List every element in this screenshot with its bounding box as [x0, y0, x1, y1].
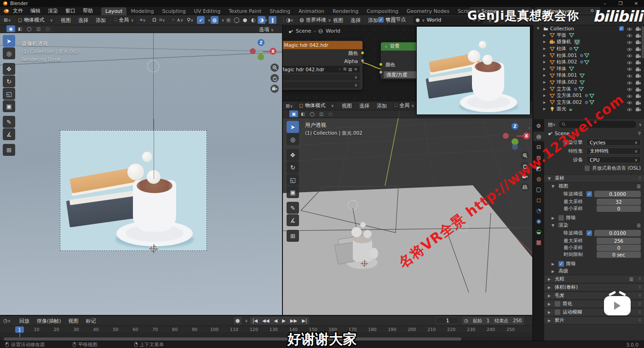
select-box-tool[interactable]: ➤ [287, 121, 299, 133]
jump-to-start-button[interactable]: |◀ [250, 318, 260, 323]
overlays-toggle[interactable]: ◍ [211, 16, 218, 24]
add-cube-tool[interactable]: ⊞ [287, 230, 299, 242]
disable-render-icon[interactable] [635, 39, 641, 45]
viewport-menu-item[interactable]: 选择 [75, 17, 92, 24]
select-mode-icon[interactable]: ◫ [317, 110, 326, 117]
disable-render-icon[interactable] [635, 33, 641, 38]
tab-layout[interactable]: Layout [101, 7, 126, 15]
time-limit-slider[interactable]: 0 sec [597, 251, 641, 258]
move-tool[interactable]: ✥ [287, 149, 299, 161]
outliner-item-row[interactable]: ▶柱体.002⚙ [533, 59, 644, 66]
auto-keying-button[interactable]: ● [234, 317, 242, 325]
select-mode-icon[interactable]: ▣ [289, 110, 298, 117]
tab-collection[interactable]: ▢ [533, 184, 544, 194]
object-name[interactable]: 平面 [557, 32, 566, 39]
measure-tool[interactable]: ∡ [3, 128, 15, 140]
object-name[interactable]: 立方体.001 [557, 92, 582, 99]
object-name[interactable]: 球体.002 [557, 79, 577, 86]
shading-mode-material[interactable]: ◐ [249, 16, 257, 24]
rotate-tool[interactable]: ↻ [3, 75, 15, 87]
outliner-item-row[interactable]: ▶立方体.002⚙ [533, 99, 644, 106]
zoom-icon[interactable] [270, 63, 279, 72]
pause-render-button[interactable]: ‖ [269, 16, 276, 24]
tab-sculpting[interactable]: Sculpting [158, 7, 190, 15]
cursor-tool[interactable]: ◎ [287, 133, 299, 145]
hide-eye-icon[interactable] [627, 100, 632, 105]
render-subpanel-header[interactable]: ▼渲染☰ [544, 222, 644, 229]
r-min-slider[interactable]: 0 [597, 245, 641, 251]
menubar-item[interactable]: 编辑 [27, 7, 44, 14]
tab-physics[interactable]: ◔ [533, 205, 544, 215]
r-max-slider[interactable]: 256 [597, 238, 641, 244]
object-name[interactable]: 柱体 [557, 46, 566, 52]
select-mode-icon[interactable]: ◫ [34, 25, 43, 32]
editor-type-button[interactable]: ⊞∨ [3, 16, 12, 24]
panel-胶片[interactable]: ▶胶片⠿ [544, 316, 644, 325]
editor-type-button[interactable]: ▤∨ [547, 121, 557, 128]
disable-render-icon[interactable] [635, 86, 641, 92]
node-menu-item[interactable]: 选择 [347, 17, 364, 24]
r-noise-slider[interactable]: 0.0100 [594, 230, 641, 236]
outliner-item-row[interactable]: ▶立方体.001⚙ [533, 92, 644, 99]
collection-checkbox[interactable]: ✓ [619, 26, 624, 31]
outliner-item-row[interactable]: ▶柱体.001⚙ [533, 52, 644, 59]
add-cube-tool[interactable]: ⊞ [3, 144, 15, 156]
hide-eye-icon[interactable] [627, 26, 632, 31]
viewport-menu-item[interactable]: 选择 [356, 103, 373, 109]
expand-icon[interactable]: ▶ [543, 34, 549, 37]
xray-toggle[interactable]: ▣ [224, 16, 232, 24]
expand-icon[interactable]: ▶ [543, 101, 549, 104]
expand-icon[interactable]: ▶ [543, 60, 549, 64]
select-mode-icon[interactable]: ◯ [308, 110, 316, 117]
options-dropdown[interactable]: 选项 ∨ [259, 26, 274, 33]
tab-rendering[interactable]: Rendering [328, 7, 362, 15]
pivot-point-button[interactable]: ⌖∨ [139, 16, 147, 24]
expand-icon[interactable]: ▶ [543, 67, 549, 71]
vp-denoise-header[interactable]: ▶降噪 [544, 214, 644, 222]
editor-type-button[interactable]: ⊞∨ [285, 102, 294, 110]
tab-object-data[interactable]: ◒ [533, 227, 544, 236]
shader-type-selector[interactable]: 世界环境∨ [297, 16, 334, 24]
scale-tool[interactable]: ◱ [3, 88, 15, 100]
select-mode-icon[interactable]: ◌ [326, 110, 335, 117]
hide-eye-icon[interactable] [627, 53, 632, 58]
proportional-falloff-button[interactable]: ∧∨ [176, 16, 184, 24]
cursor-tool[interactable]: ◎ [3, 47, 15, 59]
outliner-item-row[interactable]: ▶平面 [533, 32, 644, 39]
prev-keyframe-button[interactable]: ◀◀ [260, 318, 271, 323]
preset-list-icon[interactable]: ☰ [637, 184, 641, 189]
menubar-item[interactable]: 渲染 [44, 7, 62, 14]
vp-denoise-checkbox[interactable] [558, 215, 564, 221]
object-name[interactable]: 立方体 [557, 86, 571, 92]
select-box-tool[interactable]: ➤ [3, 35, 15, 47]
object-name[interactable]: 柱体.002 [557, 59, 577, 65]
osl-checkbox[interactable] [585, 165, 590, 171]
pan-hand-icon[interactable] [270, 74, 279, 82]
panel-checkbox[interactable] [555, 301, 560, 307]
expand-icon[interactable]: ▶ [543, 87, 549, 91]
tab-texture-paint[interactable]: Texture Paint [224, 7, 265, 15]
collapse-arrow-icon[interactable]: ‹ [529, 126, 530, 130]
annotate-tool[interactable]: ✎ [287, 202, 299, 214]
measure-tool[interactable]: ∡ [287, 214, 299, 226]
tab-modeling[interactable]: Modeling [126, 7, 158, 15]
panel-checkbox[interactable] [555, 309, 560, 315]
expand-icon[interactable]: ▶ [543, 80, 549, 84]
orientation-selector[interactable]: ⛶全局∨ [392, 102, 417, 109]
noise-threshold-checkbox[interactable]: ✓ [586, 230, 592, 236]
expand-icon[interactable]: ▶ [543, 107, 549, 111]
vp-min-slider[interactable]: 0 [597, 205, 641, 212]
hide-eye-icon[interactable] [627, 73, 632, 78]
menubar-item[interactable]: 窗口 [62, 7, 79, 14]
viewport-subpanel-header[interactable]: ▼视图☰ [544, 183, 644, 190]
preset-list-icon[interactable]: ☰ [637, 223, 641, 228]
scale-tool[interactable]: ◱ [287, 174, 299, 186]
tab-compositing[interactable]: Compositing [362, 7, 402, 15]
hide-eye-icon[interactable] [627, 46, 632, 51]
tab-object[interactable]: ◻ [533, 195, 544, 205]
select-mode-icon[interactable]: ◯ [25, 25, 34, 32]
use-nodes-checkbox[interactable]: ✓ 使用节点 [378, 16, 406, 23]
timeline-menu-item[interactable]: 视图 [65, 318, 82, 325]
viewport-menu-item[interactable]: 视图 [57, 17, 75, 24]
object-name[interactable]: 摄像机 [557, 39, 571, 45]
